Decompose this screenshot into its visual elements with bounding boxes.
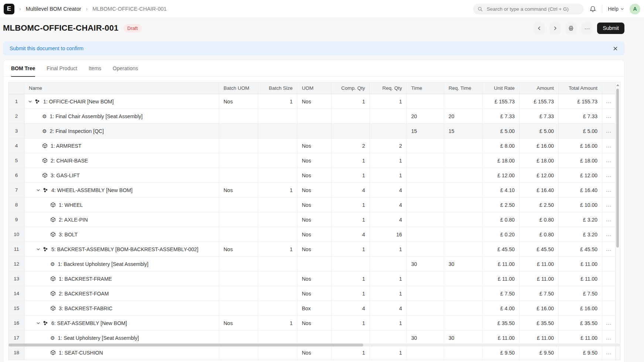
banner-close-button[interactable] bbox=[613, 46, 618, 51]
tree-node[interactable]: 3: BACKREST-FABRIC bbox=[24, 305, 112, 311]
cell-amount: £ 5.00 bbox=[519, 124, 559, 138]
chevron-down-icon[interactable] bbox=[36, 188, 40, 192]
horizontal-scrollbar[interactable] bbox=[8, 344, 620, 346]
tree-node[interactable]: ⚙2: Final Inspection [QC] bbox=[24, 128, 104, 134]
row-menu-button[interactable]: ... bbox=[606, 130, 611, 132]
row-menu-button[interactable]: ... bbox=[606, 115, 611, 117]
row-menu-button[interactable]: ... bbox=[606, 337, 611, 339]
vertical-scrollbar-thumb[interactable] bbox=[616, 89, 619, 247]
cell-total_amount: £ 7.33 bbox=[559, 109, 602, 123]
cell-batch_uom bbox=[219, 286, 258, 301]
column-header-batch_size[interactable]: Batch Size bbox=[258, 82, 297, 94]
horizontal-scrollbar-thumb[interactable] bbox=[8, 344, 363, 346]
tree-node[interactable]: 1: WHEEL bbox=[24, 202, 83, 208]
more-actions-button[interactable]: ··· bbox=[581, 23, 593, 34]
column-header-name[interactable]: Name bbox=[24, 82, 219, 94]
row-menu-button[interactable]: ... bbox=[606, 160, 611, 162]
tree-node[interactable]: ⚙1: Final Chair Assembly [Seat Assembly] bbox=[24, 113, 143, 119]
tree-node[interactable]: 3: BOLT bbox=[24, 232, 78, 238]
row-number: 2 bbox=[9, 109, 24, 123]
tab-operations[interactable]: Operations bbox=[113, 60, 138, 76]
row-menu-button[interactable]: ... bbox=[606, 204, 611, 206]
cell-batch_uom bbox=[219, 272, 258, 286]
cell-unit_rate: £ 35.50 bbox=[483, 316, 519, 330]
user-avatar[interactable]: A bbox=[630, 4, 640, 14]
next-document-button[interactable] bbox=[549, 23, 561, 34]
tree-node[interactable]: 1: SEAT-CUSHION bbox=[24, 350, 103, 356]
column-header-total_amount[interactable]: Total Amount bbox=[559, 82, 602, 94]
print-button[interactable] bbox=[565, 23, 577, 34]
cell-batch_size: 1 bbox=[258, 183, 297, 197]
name-cell: ⚙1: Final Chair Assembly [Seat Assembly] bbox=[24, 109, 219, 123]
cell-uom: Nos bbox=[297, 242, 331, 256]
cell-unit_rate: £ 7.50 bbox=[483, 286, 519, 301]
cell-uom: Nos bbox=[297, 198, 331, 212]
tree-node[interactable]: 2: CHAIR-BASE bbox=[24, 158, 88, 164]
tab-items[interactable]: Items bbox=[89, 60, 101, 76]
help-menu[interactable]: Help bbox=[608, 6, 624, 12]
cell-unit_rate: £ 11.00 bbox=[483, 331, 519, 345]
row-menu-button[interactable]: ... bbox=[606, 189, 611, 191]
tree-node[interactable]: 3: GAS-LIFT bbox=[24, 173, 80, 178]
cell-comp_qty: 1 bbox=[331, 316, 370, 330]
row-menu-button[interactable]: ... bbox=[606, 233, 611, 236]
column-header-comp_qty[interactable]: Comp. Qty bbox=[331, 82, 370, 94]
bom-creator-page: { "header": { "logo_letter": "E", "bread… bbox=[0, 0, 644, 362]
tree-node[interactable]: 1: OFFICE-CHAIR [New BOM] bbox=[24, 99, 114, 105]
search-input[interactable] bbox=[486, 6, 579, 12]
cell-time: 20 bbox=[407, 109, 444, 123]
cell-time bbox=[407, 168, 444, 182]
column-header-amount[interactable]: Amount bbox=[519, 82, 559, 94]
column-header-time[interactable]: Time bbox=[407, 82, 444, 94]
tree-node[interactable]: 6: SEAT-ASSEMBLY [New BOM] bbox=[24, 320, 127, 326]
tree-node[interactable]: 1: ARMREST bbox=[24, 143, 81, 149]
row-menu-button[interactable]: ... bbox=[606, 174, 611, 177]
cell-req_time bbox=[444, 94, 483, 109]
row-menu-button[interactable]: ... bbox=[606, 248, 611, 250]
column-header-uom[interactable]: UOM bbox=[297, 82, 331, 94]
cell-batch_uom bbox=[219, 331, 258, 345]
chevron-down-icon[interactable] bbox=[36, 247, 40, 251]
cell-batch_uom: Nos bbox=[219, 183, 258, 197]
tree-node[interactable]: ⚙1: Seat Upholstery [Seat Assembly] bbox=[24, 335, 139, 341]
cell-batch_size bbox=[258, 272, 297, 286]
row-menu-cell bbox=[602, 257, 615, 271]
cell-time bbox=[407, 345, 444, 360]
notifications-bell-icon[interactable] bbox=[589, 6, 596, 13]
submit-button[interactable]: Submit bbox=[597, 23, 624, 34]
column-header-req_time[interactable]: Req. Time bbox=[444, 82, 483, 94]
cell-amount: £ 16.00 bbox=[519, 301, 559, 315]
cell-req_qty: 1 bbox=[370, 242, 407, 256]
tree-node[interactable]: 4: WHEEL-ASSEMBLY [New BOM] bbox=[24, 187, 133, 193]
tree-node[interactable]: 1: BACKREST-FRAME bbox=[24, 276, 112, 282]
cell-batch_uom: Nos bbox=[219, 316, 258, 330]
tree-node[interactable]: 2: BACKREST-FOAM bbox=[24, 291, 109, 297]
vertical-scrollbar[interactable] bbox=[616, 82, 620, 360]
tab-final-product[interactable]: Final Product bbox=[47, 60, 77, 76]
cell-total_amount: £ 16.00 bbox=[559, 301, 602, 315]
column-header-req_qty[interactable]: Req. Qty bbox=[370, 82, 407, 94]
tab-bom-tree[interactable]: BOM Tree bbox=[11, 60, 35, 76]
tree-node[interactable]: 5: BACKREST-ASSEMBLY [BOM-BACKREST-ASSEM… bbox=[24, 246, 198, 252]
cell-req_qty: 1 bbox=[370, 345, 407, 360]
chevron-down-icon[interactable] bbox=[28, 99, 32, 103]
app-logo[interactable]: E bbox=[4, 4, 14, 14]
previous-document-button[interactable] bbox=[534, 23, 545, 34]
row-menu-button[interactable]: ... bbox=[606, 100, 611, 103]
global-search[interactable] bbox=[473, 4, 584, 14]
row-menu-button[interactable]: ... bbox=[606, 145, 611, 147]
row-menu-button[interactable]: ... bbox=[606, 322, 611, 324]
tree-node[interactable]: 2: AXLE-PIN bbox=[24, 217, 88, 223]
cell-uom: Nos bbox=[297, 316, 331, 330]
column-header-batch_uom[interactable]: Batch UOM bbox=[219, 82, 258, 94]
column-header-unit_rate[interactable]: Unit Rate bbox=[483, 82, 519, 94]
scroll-up-arrow-icon[interactable] bbox=[616, 84, 619, 86]
row-menu-button[interactable]: ... bbox=[606, 352, 611, 354]
cell-req_qty: 16 bbox=[370, 227, 407, 242]
row-number: 17 bbox=[9, 331, 24, 345]
row-menu-button[interactable]: ... bbox=[606, 219, 611, 221]
tree-node[interactable]: ⚙1: Backrest Upholstery [Seat Assembly] bbox=[24, 261, 149, 267]
cell-batch_uom: Nos bbox=[219, 242, 258, 256]
breadcrumb-root-link[interactable]: Multilevel BOM Creator bbox=[26, 6, 81, 12]
chevron-down-icon[interactable] bbox=[36, 321, 40, 325]
